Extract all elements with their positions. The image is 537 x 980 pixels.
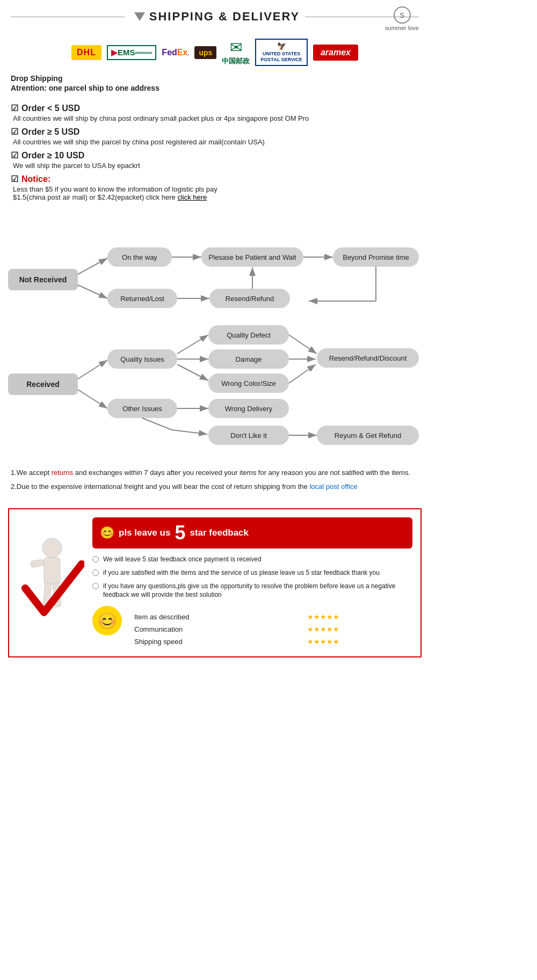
svg-line-22 <box>78 390 107 408</box>
header-line-left <box>11 17 125 17</box>
checkmark-icon-2: ☑ <box>11 127 18 137</box>
notice-text-2: $1.5(china post air mail) or $2.42(epack… <box>13 193 419 201</box>
local-post-link[interactable]: local post office <box>309 482 357 491</box>
svg-line-2 <box>78 285 107 298</box>
stick-figure-svg <box>20 535 84 631</box>
feedback-figure <box>17 517 87 648</box>
svg-point-51 <box>42 538 62 558</box>
carrier-usps: 🦅 UNITED STATESPOSTAL SERVICE <box>255 39 308 65</box>
svg-text:Resend/Refund/Discount: Resend/Refund/Discount <box>329 354 407 362</box>
notice-link[interactable]: click here <box>177 193 207 201</box>
returns-link[interactable]: returns <box>52 469 73 477</box>
order3-title: Order ≥ 10 USD <box>21 151 84 160</box>
order2-heading: ☑ Order ≥ 5 USD <box>11 127 419 137</box>
svg-text:Wrong Delivery: Wrong Delivery <box>225 405 273 413</box>
svg-text:Damage: Damage <box>235 355 262 363</box>
svg-rect-52 <box>44 558 60 584</box>
brand-name: summer love <box>385 25 419 31</box>
order-section-3: ☑ Order ≥ 10 USD We will ship the parcel… <box>0 149 430 171</box>
notice-label: Notice: <box>21 174 50 184</box>
rating-row-1: Item as described ★★★★★ <box>132 611 411 623</box>
svg-text:Don't Like it: Don't Like it <box>230 432 267 440</box>
feedback-content: 😊 pls leave us 5 star feedback We will l… <box>92 517 412 648</box>
brand-logo: S summer love <box>385 6 419 31</box>
page-header: SHIPPING & DELIVERY S summer love <box>0 0 430 29</box>
feedback-banner-star: 5 <box>175 522 185 544</box>
checkmark-icon-3: ☑ <box>11 150 18 160</box>
order1-heading: ☑ Order < 5 USD <box>11 103 419 113</box>
notice-text-1: Less than $5 if you want to know the inf… <box>13 185 419 193</box>
order3-desc: We will ship the parcel to USA by epackr… <box>13 162 419 170</box>
checkmark-icon-1: ☑ <box>11 103 18 113</box>
svg-text:Quality Issues: Quality Issues <box>120 355 164 363</box>
rating-label-2: Communication <box>132 624 303 635</box>
order2-title: Order ≥ 5 USD <box>21 127 79 137</box>
policy-line-1: 1.We accept returns and exchanges within… <box>11 467 419 478</box>
smiley-banner-icon: 😊 <box>100 526 114 540</box>
order3-heading: ☑ Order ≥ 10 USD <box>11 150 419 160</box>
order1-desc: All countries we will ship by china post… <box>13 114 419 122</box>
carriers-row: DHL ▶EMS═══ FedEx. ups ✉ 中国邮政 🦅 UNITED S… <box>0 29 430 71</box>
flowchart-section: Not Received On the way Plesase be Patie… <box>0 204 430 462</box>
feedback-banner-suffix: star feedback <box>190 528 249 538</box>
page-title: SHIPPING & DELIVERY <box>149 10 300 24</box>
svg-text:Received: Received <box>26 380 59 389</box>
order1-title: Order < 5 USD <box>21 104 80 113</box>
flowchart-svg: Not Received On the way Plesase be Patie… <box>5 215 424 451</box>
svg-text:On the way: On the way <box>122 253 157 261</box>
svg-text:Other Issues: Other Issues <box>122 405 162 413</box>
feedback-item-2: if you are satisfied with the items and … <box>92 568 412 577</box>
drop-shipping-label: Drop Shipping <box>11 74 419 83</box>
carrier-ems: ▶EMS═══ <box>107 45 156 60</box>
svg-text:Plesase be Patient and Wait: Plesase be Patient and Wait <box>209 253 296 261</box>
brand-circle-icon: S <box>394 6 411 24</box>
svg-text:Reyurn & Get Refund: Reyurn & Get Refund <box>335 432 401 440</box>
rating-row-2: Communication ★★★★★ <box>132 624 411 635</box>
notice-heading: ☑ Notice: <box>11 174 419 184</box>
svg-text:Returned/Lost: Returned/Lost <box>120 295 164 303</box>
svg-text:Quality Defect: Quality Defect <box>227 331 271 339</box>
feedback-item-2-text: if you are satisfied with the items and … <box>103 568 380 577</box>
svg-text:Wrong Color/Size: Wrong Color/Size <box>221 379 276 387</box>
svg-text:Resend/Refund: Resend/Refund <box>226 295 274 303</box>
feedback-item-1: We will leave 5 star feedback once payme… <box>92 555 412 564</box>
svg-line-46 <box>142 418 172 430</box>
checkmark-icon-notice: ☑ <box>11 174 18 184</box>
bullet-icon-1 <box>92 556 99 562</box>
svg-line-1 <box>78 258 107 274</box>
rating-row-3: Shipping speed ★★★★★ <box>132 636 411 647</box>
svg-line-27 <box>177 364 208 381</box>
carrier-dhl: DHL <box>71 45 101 60</box>
notice-section: ☑ Notice: Less than $5 if you want to kn… <box>0 173 430 202</box>
svg-line-25 <box>177 335 208 354</box>
svg-line-38 <box>289 364 316 383</box>
order-section-2: ☑ Order ≥ 5 USD All countries we will sh… <box>0 126 430 147</box>
carrier-fedex: FedEx. <box>162 48 189 57</box>
policy-section: 1.We accept returns and exchanges within… <box>0 462 430 503</box>
rating-stars-2: ★★★★★ <box>304 624 411 635</box>
smiley-ratings-icon: 😊 <box>92 606 122 635</box>
not-received-label: Not Received <box>19 275 67 284</box>
header-triangle-icon <box>134 12 145 21</box>
bullet-icon-3 <box>92 583 99 589</box>
svg-text:Beyond Promise time: Beyond Promise time <box>343 253 409 261</box>
carrier-aramex: aramex <box>313 45 358 61</box>
feedback-items-list: We will leave 5 star feedback once payme… <box>92 555 412 599</box>
feedback-section: 😊 pls leave us 5 star feedback We will l… <box>8 508 422 657</box>
rating-label-3: Shipping speed <box>132 636 303 647</box>
order2-desc: All countries we will ship the parcel by… <box>13 138 419 146</box>
feedback-item-3-text: if you have any questions,pls give us th… <box>103 582 412 600</box>
order-section-1: ☑ Order < 5 USD All countries we will sh… <box>0 102 430 123</box>
feedback-banner-text: pls leave us <box>119 528 170 538</box>
attention-label: Atrention: one parcel ship to one addres… <box>11 84 419 92</box>
rating-stars-3: ★★★★★ <box>304 636 411 647</box>
policy-line-2: 2.Due to the expensive international fre… <box>11 481 419 492</box>
svg-line-47 <box>172 430 207 434</box>
rating-label-1: Item as described <box>132 611 303 623</box>
ratings-table: Item as described ★★★★★ Communication ★★… <box>130 610 412 648</box>
ratings-area: 😊 Item as described ★★★★★ Communication … <box>92 606 412 648</box>
svg-line-21 <box>78 360 107 379</box>
svg-rect-53 <box>30 559 45 568</box>
rating-stars-1: ★★★★★ <box>304 611 411 623</box>
carrier-ups: ups <box>194 46 216 59</box>
